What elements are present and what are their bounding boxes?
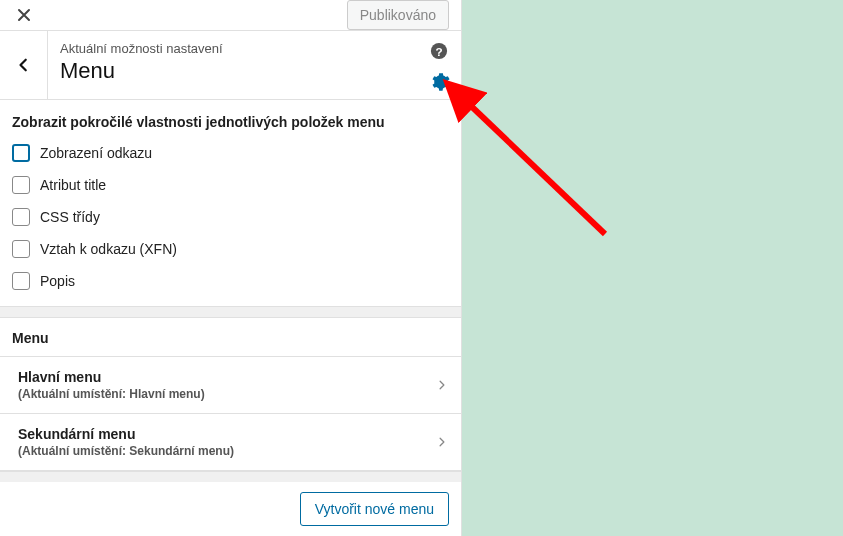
checkbox-label: Atribut title xyxy=(40,177,106,193)
checkbox-row[interactable]: Zobrazení odkazu xyxy=(12,144,449,162)
menu-section-label: Menu xyxy=(0,318,461,357)
svg-text:?: ? xyxy=(435,45,442,58)
checkbox[interactable] xyxy=(12,240,30,258)
chevron-right-icon xyxy=(437,378,447,392)
checkbox[interactable] xyxy=(12,176,30,194)
gear-icon xyxy=(430,72,450,92)
help-button[interactable]: ? xyxy=(429,41,449,61)
menu-item-subtitle: (Aktuální umístění: Hlavní menu) xyxy=(18,387,437,401)
checkbox-label: CSS třídy xyxy=(40,209,100,225)
section-separator xyxy=(0,306,461,318)
advanced-properties-title: Zobrazit pokročilé vlastnosti jednotlivý… xyxy=(12,114,449,130)
checkbox[interactable] xyxy=(12,272,30,290)
checkbox-row[interactable]: Vztah k odkazu (XFN) xyxy=(12,240,449,258)
checkbox[interactable] xyxy=(12,208,30,226)
panel-subtitle: Aktuální možnosti nastavení xyxy=(60,41,449,56)
advanced-properties-section: Zobrazit pokročilé vlastnosti jednotlivý… xyxy=(0,100,461,306)
close-button[interactable] xyxy=(12,3,36,27)
checkbox-row[interactable]: Atribut title xyxy=(12,176,449,194)
chevron-right-icon xyxy=(437,435,447,449)
close-icon xyxy=(16,7,32,23)
checkbox-row[interactable]: Popis xyxy=(12,272,449,290)
menu-item-title: Sekundární menu xyxy=(18,426,437,442)
publish-status-button[interactable]: Publikováno xyxy=(347,0,449,30)
topbar: Publikováno xyxy=(0,0,461,31)
panel-title: Menu xyxy=(60,58,115,83)
menu-item[interactable]: Hlavní menu(Aktuální umístění: Hlavní me… xyxy=(0,357,461,414)
create-new-menu-button[interactable]: Vytvořit nové menu xyxy=(300,492,449,526)
section-separator xyxy=(0,471,461,482)
chevron-left-icon xyxy=(17,58,31,72)
menu-item-title: Hlavní menu xyxy=(18,369,437,385)
menu-item[interactable]: Sekundární menu(Aktuální umístění: Sekun… xyxy=(0,414,461,471)
checkbox[interactable] xyxy=(12,144,30,162)
panel-header: Aktuální možnosti nastavení Menu ? xyxy=(0,31,461,100)
checkbox-label: Zobrazení odkazu xyxy=(40,145,152,161)
settings-button[interactable] xyxy=(429,71,451,93)
preview-canvas xyxy=(462,0,843,536)
menu-item-subtitle: (Aktuální umístění: Sekundární menu) xyxy=(18,444,437,458)
footer: Vytvořit nové menu xyxy=(0,482,461,536)
checkbox-label: Vztah k odkazu (XFN) xyxy=(40,241,177,257)
back-button[interactable] xyxy=(0,31,48,99)
help-icon: ? xyxy=(430,42,448,60)
checkbox-row[interactable]: CSS třídy xyxy=(12,208,449,226)
checkbox-label: Popis xyxy=(40,273,75,289)
